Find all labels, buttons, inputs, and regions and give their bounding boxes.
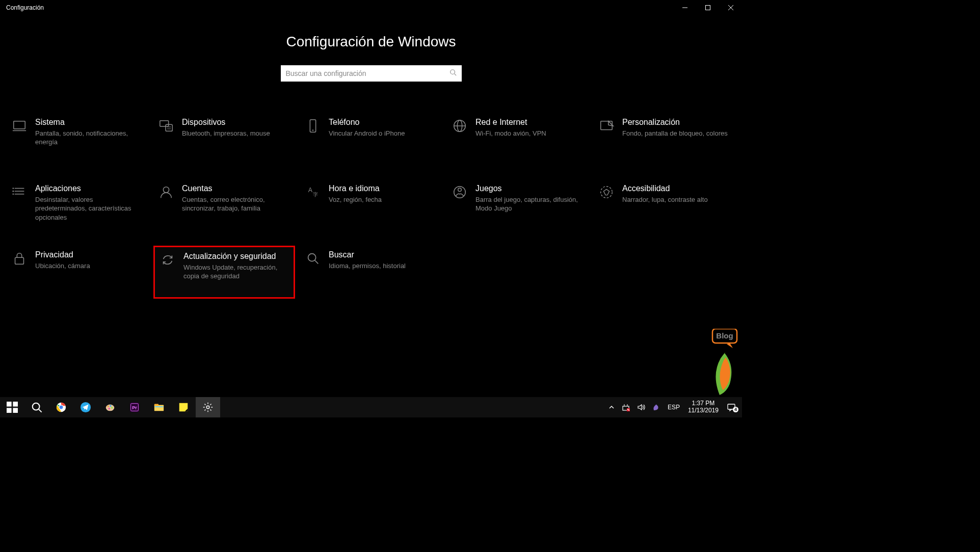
tray-language-indicator[interactable]: ESP: [666, 404, 682, 411]
svg-rect-38: [13, 402, 18, 407]
tray-volume-icon[interactable]: [635, 403, 647, 411]
aplicaciones-icon: [7, 183, 32, 200]
svg-point-33: [308, 254, 316, 261]
telefono-icon: [300, 117, 326, 134]
settings-tile-actualizacion[interactable]: Actualización y seguridadWindows Update,…: [153, 246, 295, 299]
accesibilidad-icon: [594, 183, 619, 200]
tile-text: Hora e idiomaVoz, región, fecha: [326, 183, 437, 204]
tile-text: AccesibilidadNarrador, lupa, contraste a…: [619, 183, 730, 204]
settings-tile-buscar[interactable]: BuscarIdioma, permisos, historial: [300, 246, 442, 299]
search-box[interactable]: [281, 65, 462, 82]
svg-rect-39: [7, 408, 12, 413]
tile-title: Dispositivos: [182, 117, 290, 128]
svg-point-51: [109, 408, 110, 409]
window-title: Configuración: [6, 4, 44, 11]
tile-text: Red e InternetWi-Fi, modo avión, VPN: [472, 117, 584, 138]
titlebar: Configuración: [0, 0, 742, 15]
svg-rect-1: [705, 6, 710, 10]
tile-desc: Narrador, lupa, contraste alto: [622, 195, 730, 204]
tile-desc: Barra del juego, capturas, difusión, Mod…: [475, 195, 584, 213]
svg-point-30: [458, 188, 462, 192]
close-button[interactable]: [719, 0, 742, 15]
settings-tile-juegos[interactable]: JuegosBarra del juego, capturas, difusió…: [447, 179, 589, 232]
tray-network-icon[interactable]: [620, 403, 632, 411]
svg-rect-56: [154, 404, 158, 406]
tile-title: Red e Internet: [475, 117, 584, 128]
search-icon: [449, 69, 457, 78]
svg-text:Blog: Blog: [716, 331, 733, 340]
tile-desc: Wi-Fi, modo avión, VPN: [475, 129, 584, 138]
search-input[interactable]: [286, 69, 449, 77]
svg-point-48: [108, 406, 109, 407]
tray-app-icon[interactable]: [650, 403, 663, 411]
taskbar-explorer-icon[interactable]: [147, 397, 171, 417]
tray-clock[interactable]: 1:37 PM 11/13/2019: [685, 400, 722, 414]
tile-title: Sistema: [35, 117, 143, 128]
settings-tile-sistema[interactable]: SistemaPantalla, sonido, notificaciones,…: [7, 113, 148, 166]
settings-tile-telefono[interactable]: TeléfonoVincular Android o iPhone: [300, 113, 442, 166]
tile-text: DispositivosBluetooth, impresoras, mouse: [179, 117, 290, 138]
taskbar-paint-icon[interactable]: [98, 397, 122, 417]
svg-line-5: [454, 74, 456, 76]
svg-point-49: [110, 405, 111, 407]
tile-text: PrivacidadUbicación, cámara: [32, 250, 143, 270]
cuentas-icon: [153, 183, 179, 200]
tile-desc: Desinstalar, valores predeterminados, ca…: [35, 195, 143, 222]
maximize-button[interactable]: [696, 0, 719, 15]
hora-icon: A字: [300, 183, 326, 200]
svg-point-50: [111, 407, 113, 408]
svg-rect-10: [168, 126, 169, 127]
tile-text: PersonalizaciónFondo, pantalla de bloque…: [619, 117, 730, 138]
taskbar-search-button[interactable]: [24, 397, 49, 417]
tray-action-center-icon[interactable]: 4: [725, 403, 738, 412]
settings-tile-red[interactable]: Red e InternetWi-Fi, modo avión, VPN: [447, 113, 589, 166]
tile-text: Actualización y seguridadWindows Update,…: [180, 251, 288, 281]
sistema-icon: [7, 117, 32, 134]
tile-title: Juegos: [475, 183, 584, 194]
tile-text: AplicacionesDesinstalar, valores predete…: [32, 183, 143, 222]
svg-rect-11: [170, 126, 171, 127]
actualizacion-icon: [155, 251, 180, 268]
svg-point-4: [450, 70, 455, 74]
tile-desc: Vincular Android o iPhone: [329, 129, 437, 138]
taskbar-telegram-icon[interactable]: [73, 397, 98, 417]
taskbar: Pr ESP 1:37 PM 11/13/2019: [0, 397, 742, 417]
dispositivos-icon: [153, 117, 179, 134]
svg-point-23: [13, 188, 14, 189]
page-title: Configuración de Windows: [286, 34, 456, 50]
notification-badge: 4: [733, 407, 738, 412]
svg-line-34: [315, 260, 319, 264]
taskbar-premiere-icon[interactable]: Pr: [122, 397, 147, 417]
red-icon: [447, 117, 472, 134]
taskbar-left: Pr: [0, 397, 220, 417]
taskbar-chrome-icon[interactable]: [49, 397, 73, 417]
taskbar-sticky-notes-icon[interactable]: [171, 397, 196, 417]
tile-title: Cuentas: [182, 183, 290, 194]
system-tray: ESP 1:37 PM 11/13/2019 4: [606, 397, 742, 417]
settings-tile-accesibilidad[interactable]: AccesibilidadNarrador, lupa, contraste a…: [594, 179, 735, 232]
settings-tile-personalizacion[interactable]: PersonalizaciónFondo, pantalla de bloque…: [594, 113, 735, 166]
tile-text: JuegosBarra del juego, capturas, difusió…: [472, 183, 584, 213]
svg-point-15: [312, 129, 313, 130]
start-button[interactable]: [0, 397, 24, 417]
settings-tile-cuentas[interactable]: CuentasCuentas, correo electrónico, sinc…: [153, 179, 295, 232]
settings-tile-hora[interactable]: A字Hora e idiomaVoz, región, fecha: [300, 179, 442, 232]
svg-rect-40: [13, 408, 18, 413]
tile-title: Buscar: [329, 250, 437, 260]
settings-tile-privacidad[interactable]: PrivacidadUbicación, cámara: [7, 246, 148, 299]
settings-tile-aplicaciones[interactable]: AplicacionesDesinstalar, valores predete…: [7, 179, 148, 232]
blog-watermark: Blog: [709, 329, 739, 395]
svg-point-24: [13, 191, 14, 192]
tile-text: BuscarIdioma, permisos, historial: [326, 250, 437, 270]
tray-overflow-button[interactable]: [606, 404, 617, 410]
taskbar-settings-icon[interactable]: [196, 397, 220, 417]
tile-text: CuentasCuentas, correo electrónico, sinc…: [179, 183, 290, 213]
juegos-icon: [447, 183, 472, 200]
svg-rect-8: [160, 121, 169, 126]
svg-point-31: [601, 187, 613, 198]
tile-title: Accesibilidad: [622, 183, 730, 194]
tile-text: SistemaPantalla, sonido, notificaciones,…: [32, 117, 143, 147]
main-content: Configuración de Windows SistemaPantalla…: [0, 15, 742, 299]
settings-tile-dispositivos[interactable]: DispositivosBluetooth, impresoras, mouse: [153, 113, 295, 166]
minimize-button[interactable]: [673, 0, 696, 15]
